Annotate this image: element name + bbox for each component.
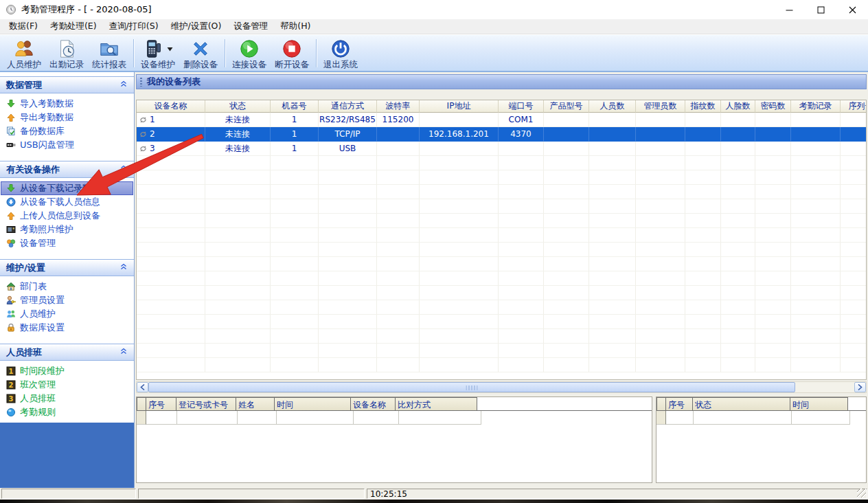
sidebar-section-header[interactable]: 人员排班 xyxy=(0,344,134,361)
toolbar-separator xyxy=(225,39,225,67)
sidebar-item[interactable]: 考勤规则 xyxy=(1,405,133,419)
collapse-chevron-icon[interactable] xyxy=(119,262,128,273)
toolbar-button-report[interactable]: 统计报表 xyxy=(88,36,130,71)
sidebar-item[interactable]: 从设备下载人员信息 xyxy=(1,195,133,209)
column-header[interactable]: 设备名称 xyxy=(350,397,396,410)
menu-item[interactable]: 帮助(H) xyxy=(274,19,317,34)
toolbar-button-disconnect[interactable]: 断开设备 xyxy=(271,36,313,71)
column-header[interactable]: IP地址 xyxy=(420,100,499,113)
column-header[interactable]: 产品型号 xyxy=(544,100,589,113)
sidebar-item-label: 考勤规则 xyxy=(20,406,56,418)
column-header[interactable]: 序号 xyxy=(146,397,176,410)
column-header[interactable]: 考勤记录 xyxy=(791,100,841,113)
power-icon xyxy=(330,38,351,59)
sidebar-section-header[interactable]: 有关设备操作 xyxy=(0,161,134,178)
device-cell: TCP/IP xyxy=(319,127,377,142)
menu-item[interactable]: 数据(F) xyxy=(3,19,44,34)
column-header[interactable]: 机器号 xyxy=(271,100,319,113)
sidebar-item[interactable]: 部门表 xyxy=(1,280,133,293)
device-cell: 2 xyxy=(137,127,205,142)
column-header[interactable]: 指纹数 xyxy=(685,100,721,113)
usb-icon xyxy=(6,140,16,150)
column-header[interactable]: 登记号或卡号 xyxy=(176,397,236,410)
sidebar-item[interactable]: 数据库设置 xyxy=(1,321,133,335)
toolbar-button-connect[interactable]: 连接设备 xyxy=(228,36,271,71)
sidebar-item[interactable]: USB闪盘管理 xyxy=(1,138,133,152)
sidebar-section-header[interactable]: 数据管理 xyxy=(0,76,134,93)
device-icon xyxy=(144,38,164,59)
minimize-button[interactable] xyxy=(773,0,805,19)
scroll-left-button[interactable] xyxy=(137,382,148,392)
scroll-thumb[interactable] xyxy=(148,382,795,392)
table-header-row: 序号状态时间 xyxy=(656,397,866,411)
column-header[interactable]: 密码数 xyxy=(755,100,791,113)
column-header[interactable]: 状态 xyxy=(205,100,271,113)
users-icon xyxy=(14,38,34,59)
toolbar-button-label: 删除设备 xyxy=(183,59,218,71)
scroll-track[interactable] xyxy=(148,382,854,392)
column-header[interactable]: 人员数 xyxy=(589,100,636,113)
row-selector-cell[interactable] xyxy=(137,411,146,425)
column-header[interactable]: 时间 xyxy=(274,397,351,410)
menu-item[interactable]: 维护/设置(O) xyxy=(165,19,228,34)
column-header[interactable]: 时间 xyxy=(790,397,848,410)
column-header[interactable]: 波特率 xyxy=(377,100,420,113)
sidebar-item[interactable]: 导入考勤数据 xyxy=(1,97,133,111)
sidebar-item[interactable]: 从设备下载记录数据 xyxy=(1,181,133,195)
column-header[interactable]: 设备名称 xyxy=(137,100,205,113)
scroll-right-button[interactable] xyxy=(854,382,866,392)
sidebar-item-label: 考勤照片维护 xyxy=(20,223,73,236)
resize-grip-icon[interactable] xyxy=(857,489,866,498)
column-header[interactable]: 比对方式 xyxy=(395,397,477,410)
column-header[interactable]: 人脸数 xyxy=(721,100,755,113)
sidebar-item[interactable]: 3人员排班 xyxy=(1,392,133,405)
device-cell: 未连接 xyxy=(205,142,271,156)
column-header[interactable]: 状态 xyxy=(692,397,790,410)
close-button[interactable] xyxy=(836,0,868,19)
collapse-chevron-icon[interactable] xyxy=(119,80,128,90)
dropdown-arrow-icon[interactable] xyxy=(167,47,173,52)
panel-grip-icon[interactable] xyxy=(140,78,142,87)
column-header[interactable]: 姓名 xyxy=(236,397,275,410)
device-table-row[interactable]: 1未连接1RS232/RS485115200COM1 xyxy=(137,113,867,127)
sidebar-item-label: 人员维护 xyxy=(20,308,56,320)
device-cell xyxy=(544,127,589,142)
horizontal-scrollbar[interactable] xyxy=(136,381,867,393)
lock-icon xyxy=(6,323,16,333)
sidebar-item[interactable]: 2班次管理 xyxy=(1,378,133,392)
device-table-empty-row xyxy=(137,286,867,300)
sidebar-item[interactable]: 1时间段维护 xyxy=(1,364,133,378)
column-header[interactable]: 序列号 xyxy=(841,100,867,113)
toolbar-button-delete[interactable]: 删除设备 xyxy=(179,36,222,71)
toolbar-button-device[interactable]: 设备维护 xyxy=(137,36,179,71)
column-header[interactable]: 管理员数 xyxy=(636,100,685,113)
column-header[interactable]: 端口号 xyxy=(499,100,544,113)
device-table-row[interactable]: 3未连接1USB xyxy=(137,142,867,156)
sidebar-item[interactable]: 考勤照片维护 xyxy=(1,223,133,236)
device-cell xyxy=(841,113,867,127)
sidebar-item[interactable]: 人员维护 xyxy=(1,307,133,321)
sidebar-item[interactable]: 上传人员信息到设备 xyxy=(1,209,133,223)
row-selector-cell[interactable] xyxy=(656,411,666,425)
device-table-empty-row xyxy=(137,329,867,344)
menu-item[interactable]: 设备管理 xyxy=(227,19,274,34)
toolbar-button-record[interactable]: 出勤记录 xyxy=(45,36,88,71)
collapse-chevron-icon[interactable] xyxy=(119,164,128,175)
menu-item[interactable]: 查询/打印(S) xyxy=(103,19,165,34)
column-header[interactable]: 通信方式 xyxy=(319,100,377,113)
maximize-button[interactable] xyxy=(805,0,836,19)
sidebar-item[interactable]: 备份数据库 xyxy=(1,124,133,138)
sidebar-section-header[interactable]: 维护/设置 xyxy=(0,259,134,276)
menu-item[interactable]: 考勤处理(E) xyxy=(44,19,103,34)
device-name-text: 1 xyxy=(150,113,155,126)
toolbar-button-power[interactable]: 退出系统 xyxy=(319,36,362,71)
sidebar-item-label: 部门表 xyxy=(20,280,47,293)
sidebar-item[interactable]: 导出考勤数据 xyxy=(1,111,133,124)
sidebar-item[interactable]: 设备管理 xyxy=(1,236,133,250)
column-header[interactable]: 序号 xyxy=(665,397,693,410)
toolbar-button-users[interactable]: 人员维护 xyxy=(3,36,45,71)
collapse-chevron-icon[interactable] xyxy=(119,347,128,357)
sidebar-item[interactable]: 管理员设置 xyxy=(1,293,133,307)
device-cell xyxy=(544,142,589,156)
device-table-row[interactable]: 2未连接1TCP/IP192.168.1.2014370 xyxy=(137,127,867,142)
